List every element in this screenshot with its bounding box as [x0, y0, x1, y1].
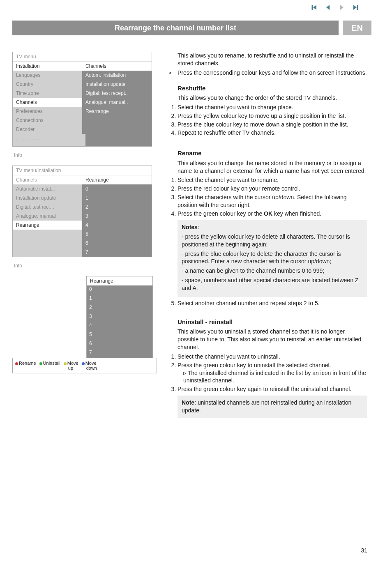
menu-item: Decoder	[13, 125, 82, 134]
list-step: Press the red colour key on your remote …	[178, 185, 367, 193]
list-step: Press the green colour key to uninstall …	[178, 361, 367, 385]
header-bar: Rearrange the channel number list EN	[12, 21, 371, 35]
menu-item: Rearrange	[82, 107, 152, 116]
menu2-title: TV menu/Installation	[13, 166, 152, 175]
svg-marker-1	[313, 5, 316, 10]
list-step: Press the blue colour key to move down a…	[178, 121, 367, 129]
list-item: 4	[87, 322, 152, 331]
list-step: Select another channel number and repeat…	[178, 299, 367, 307]
rename-steps-cont: Select another channel number and repeat…	[168, 299, 367, 307]
blue-dot-icon	[82, 362, 85, 365]
menu-item	[13, 248, 82, 257]
rename-notes-box: Notes: - press the yellow colour key to …	[178, 220, 367, 297]
list-step: Press the green colour key again to rein…	[178, 385, 367, 393]
note-item: press the yellow colour key to delete al…	[182, 233, 350, 248]
menu-item: Country	[13, 80, 82, 89]
tv-menu-box: TV menu Installation Channels LanguagesA…	[12, 52, 152, 147]
menu-item: 1	[82, 193, 152, 202]
menu-item: Analogue: manual	[13, 212, 82, 221]
last-icon[interactable]	[353, 4, 359, 11]
menu-item	[13, 239, 82, 248]
svg-marker-3	[340, 5, 344, 10]
green-dot-icon	[39, 362, 42, 365]
menu-item	[13, 230, 82, 239]
list-step: Repeat to reshuffle other TV channels.	[178, 129, 367, 137]
menu-placeholder: ..............	[13, 134, 85, 146]
red-dot-icon	[15, 362, 18, 365]
legend-text: Move	[67, 361, 78, 366]
page-title: Rearrange the channel number list	[12, 21, 339, 35]
legend-rename: Rename	[15, 361, 36, 370]
menu-item: 5	[82, 230, 152, 239]
menu1-header-left: Installation	[13, 62, 82, 71]
reshuffle-desc: This allows you to change the order of t…	[168, 94, 367, 102]
menu-item: Time zone	[13, 89, 82, 98]
step-text: key when finished.	[272, 210, 321, 217]
menu2-header-left: Channels	[13, 175, 82, 184]
list-step: Select the channel you want to rename.	[178, 176, 367, 184]
sub-step: The uninstalled channel is indicated in …	[183, 370, 366, 384]
menu-item: Autom. installation	[82, 71, 152, 80]
legend-text: Move	[85, 361, 97, 366]
list-item: 5	[87, 331, 152, 340]
uninstall-heading: Uninstall - reinstall	[168, 318, 367, 326]
uninstall-steps: Select the channel you want to uninstall…	[168, 353, 367, 393]
legend-move-down: Movedown	[82, 361, 97, 370]
legend-text: Rename	[19, 361, 36, 366]
menu3-header: Rearrange	[87, 276, 152, 285]
list-item: 7	[87, 349, 152, 358]
menu-item-selected: Rearrange	[13, 221, 82, 230]
rename-steps: Select the channel you want to rename. P…	[168, 176, 367, 217]
list-step: Select the channel you want to change pl…	[178, 104, 367, 111]
list-item: 0	[87, 285, 152, 295]
notes-heading: Notes	[182, 224, 198, 230]
top-nav	[311, 4, 359, 11]
menu-item	[82, 116, 152, 125]
menu-item: Automatic instal...	[13, 184, 82, 193]
note-item: a name can be given to the channel numbe…	[185, 267, 325, 274]
prev-icon[interactable]	[325, 4, 331, 11]
menu2-header-right: Rearrange	[82, 175, 152, 184]
list-item: 1	[87, 295, 152, 304]
list-step: Select the characters with the cursor up…	[178, 193, 367, 209]
legend-text: Uninstall	[43, 361, 60, 366]
legend-text: up	[68, 366, 78, 370]
menu-item: Connections	[13, 116, 82, 125]
page-number: 31	[361, 547, 367, 554]
uninstall-note-box: Note: uninstalled channels are not reins…	[178, 396, 367, 418]
step-text: Press the green colour key to uninstall …	[178, 362, 331, 368]
legend-move-up: Moveup	[64, 361, 78, 370]
menu-item: 0	[82, 184, 152, 193]
list-step: Press the yellow colour key to move up a…	[178, 112, 367, 120]
menu-item: Digital: test rec....	[13, 202, 82, 212]
note-item: press the blue colour key to delete the …	[182, 251, 341, 265]
menu-item: Analogue: manual..	[82, 98, 152, 107]
menu-item: 4	[82, 221, 152, 230]
note-heading: Note	[182, 399, 194, 406]
note-item: space, numbers and other special charact…	[182, 277, 358, 291]
list-step: Select the channel you want to uninstall…	[178, 353, 367, 361]
rearrange-list-box: Rearrange 0 1 2 3 4 5 6 7	[86, 276, 153, 358]
menu-item: 2	[82, 202, 152, 212]
rename-heading: Rename	[168, 149, 367, 157]
info-label: Info	[12, 260, 152, 276]
menu-item	[82, 125, 152, 134]
menu-item: Installation update	[82, 80, 152, 89]
first-icon[interactable]	[311, 4, 317, 11]
intro-step: Press the corresponding colour keys and …	[178, 69, 367, 76]
language-badge: EN	[343, 21, 371, 35]
ok-key-label: OK	[264, 210, 272, 217]
svg-marker-4	[353, 5, 357, 10]
menu-item	[85, 134, 152, 146]
list-item: 6	[87, 340, 152, 349]
list-item: 3	[87, 313, 152, 322]
next-icon[interactable]	[339, 4, 345, 11]
menu-item: Preferences	[13, 107, 82, 116]
menu-item: 6	[82, 239, 152, 248]
menu-item: Installation update	[13, 193, 82, 202]
reshuffle-steps: Select the channel you want to change pl…	[168, 104, 367, 137]
colour-key-legend: Rename Uninstall Moveup Movedown	[12, 358, 157, 373]
list-item: 2	[87, 304, 152, 313]
menu-item: Digital: test recept..	[82, 89, 152, 98]
menu-item: Languages	[13, 71, 82, 80]
